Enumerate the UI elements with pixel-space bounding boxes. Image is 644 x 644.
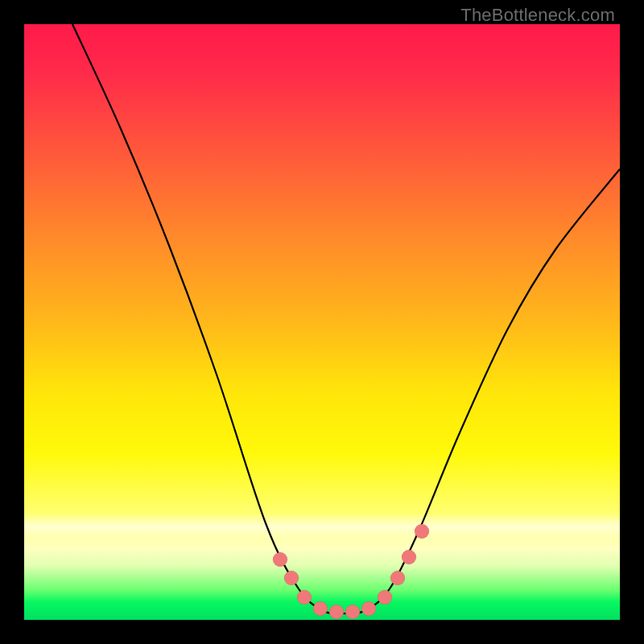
marker-dot bbox=[273, 552, 287, 567]
watermark-text: TheBottleneck.com bbox=[460, 5, 615, 26]
bottleneck-curve bbox=[72, 24, 620, 613]
marker-dot bbox=[361, 601, 376, 616]
marker-dot bbox=[329, 605, 344, 619]
chart-svg bbox=[24, 24, 620, 620]
marker-dot bbox=[345, 605, 360, 619]
marker-dot bbox=[297, 590, 312, 605]
marker-dot bbox=[390, 571, 405, 585]
marker-dot bbox=[313, 601, 328, 616]
marker-dot bbox=[378, 590, 392, 605]
marker-dots bbox=[273, 524, 429, 619]
marker-dot bbox=[415, 524, 429, 539]
marker-dot bbox=[284, 571, 299, 585]
marker-dot bbox=[402, 550, 416, 564]
